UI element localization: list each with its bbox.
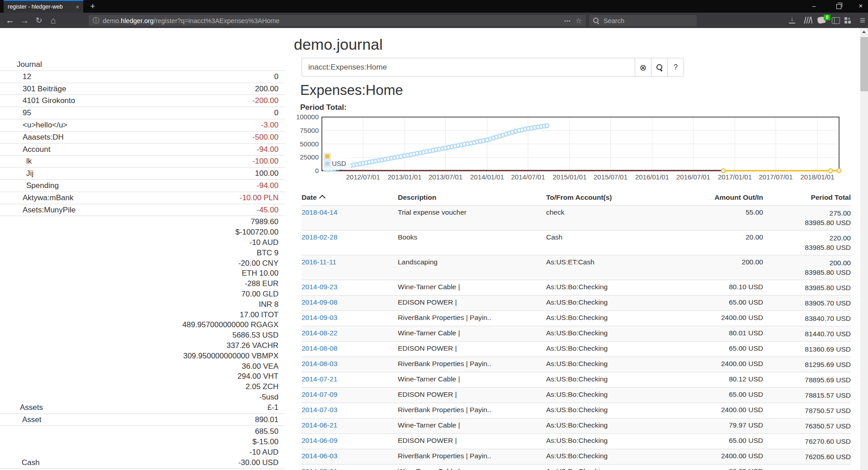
url-bar[interactable]: ⓘ demo.hledger.org/register?q=inacct%3AE… — [89, 15, 586, 26]
back-button[interactable]: ← — [4, 14, 16, 27]
reload-button[interactable]: ↻ — [33, 14, 45, 27]
account-row: <u>hello</u>-3.00 — [0, 119, 285, 132]
period-total: 275.0083985.80 USD — [769, 206, 851, 230]
transaction-date-link[interactable]: 2014-08-03 — [302, 360, 337, 367]
transaction-date-link[interactable]: 2014-07-03 — [302, 406, 337, 414]
page-actions-icon[interactable]: ••• — [564, 18, 571, 24]
new-tab-button[interactable]: + — [87, 0, 99, 12]
scrollbar-up-arrow[interactable] — [860, 28, 868, 36]
library-button[interactable] — [804, 17, 811, 25]
col-period-total: Period Total — [769, 190, 851, 206]
svg-text:2017/01/01: 2017/01/01 — [718, 173, 752, 181]
account-link[interactable]: 95 — [0, 108, 31, 118]
extension-button[interactable]: 0 — [817, 17, 826, 25]
account-link[interactable]: Jij — [0, 169, 33, 179]
home-button[interactable]: ⌂ — [47, 14, 60, 27]
transaction-description: Wine-Tarner Cable | — [398, 280, 546, 296]
account-link[interactable]: Asets:MunyPile — [0, 205, 75, 216]
account-balance: -500.00 — [252, 132, 278, 143]
browser-search-bar[interactable] — [589, 15, 697, 26]
clear-query-button[interactable]: ⊗ — [635, 58, 651, 77]
browser-tab[interactable]: register - hledger-web × — [4, 0, 83, 13]
library-icon — [803, 17, 812, 24]
svg-text:2017/07/01: 2017/07/01 — [759, 173, 793, 181]
transaction-row: 2014-08-03RiverBank Properties | Payin..… — [302, 357, 851, 372]
transaction-account: As:US:Bo:Checking — [546, 403, 686, 418]
account-link[interactable]: Account — [0, 145, 50, 155]
transaction-account: As:US:Bo:Checking — [546, 357, 686, 372]
account-balance: 7989.60$-100720.00-10 AUDBTC 9-20.00 CNY… — [182, 217, 278, 413]
account-link[interactable]: Spending — [0, 181, 59, 191]
page-scrollbar[interactable] — [860, 28, 868, 470]
transaction-date-link[interactable]: 2014-08-22 — [302, 329, 337, 337]
window-minimize-button[interactable]: – — [804, 0, 824, 12]
account-row: Account-94.00 — [0, 144, 285, 156]
account-link[interactable]: Aktywa:mBank — [0, 193, 73, 203]
account-row: lk-100.00 — [0, 155, 285, 168]
transaction-date-link[interactable]: 2014-06-21 — [302, 421, 337, 429]
svg-text:100000: 100000 — [296, 113, 319, 121]
period-total: 78895.69 USD — [769, 372, 851, 388]
period-total: 83840.70 USD — [769, 311, 851, 326]
account-link[interactable]: Aaasets:DH — [0, 132, 64, 143]
pocket-grid-button[interactable]: + — [844, 17, 851, 26]
transaction-date-link[interactable]: 2014-05-21 — [302, 467, 337, 470]
menu-button[interactable]: ≡ — [857, 14, 868, 27]
bookmark-star-icon[interactable]: ☆ — [576, 16, 582, 25]
transaction-date-link[interactable]: 2014-09-03 — [302, 314, 337, 321]
account-link[interactable]: lk — [0, 156, 32, 167]
svg-text:2016/01/01: 2016/01/01 — [635, 173, 669, 181]
transaction-description: RiverBank Properties | Payin.. — [398, 311, 546, 326]
col-date[interactable]: Date — [302, 190, 398, 206]
account-link[interactable]: Asset — [0, 415, 42, 425]
period-total: 81295.69 USD — [769, 357, 851, 372]
transaction-date-link[interactable]: 2018-02-28 — [302, 233, 337, 241]
transaction-row: 2014-09-03RiverBank Properties | Payin..… — [302, 311, 851, 326]
account-row: 120 — [0, 71, 285, 83]
scrollbar-thumb[interactable] — [860, 37, 868, 91]
query-input[interactable] — [302, 58, 635, 77]
sidebars-button[interactable] — [832, 17, 840, 26]
account-link[interactable]: 4101 Girokonto — [0, 96, 75, 106]
help-button[interactable]: ? — [667, 58, 684, 77]
transaction-row: 2018-02-28BooksCash20.00220.0083985.80 U… — [302, 230, 851, 255]
grid-plus-icon: + — [844, 17, 851, 24]
window-close-button[interactable]: × — [854, 0, 868, 12]
tab-close-icon[interactable]: × — [75, 4, 79, 10]
transaction-date-link[interactable]: 2014-07-21 — [302, 375, 337, 383]
browser-search-input[interactable] — [603, 17, 686, 25]
transaction-date-link[interactable]: 2014-09-23 — [302, 283, 337, 291]
forward-button[interactable]: → — [18, 14, 31, 27]
transaction-date-link[interactable]: 2018-04-14 — [302, 208, 337, 216]
transaction-account: As:US:Bo:Checking — [546, 311, 686, 326]
transaction-description: EDISON POWER | — [398, 296, 546, 311]
window-restore-button[interactable] — [829, 0, 849, 12]
search-icon — [593, 18, 599, 24]
account-balance: -10.00 PLN — [240, 193, 278, 203]
transaction-account: As:US:Bo:Checking — [546, 418, 686, 434]
transaction-date-link[interactable]: 2014-08-08 — [302, 344, 337, 352]
transaction-date-link[interactable]: 2016-11-11 — [302, 258, 336, 266]
account-row: Assets7989.60$-100720.00-10 AUDBTC 9-20.… — [0, 216, 285, 414]
search-button[interactable] — [651, 58, 668, 77]
restore-icon — [836, 4, 841, 9]
transaction-date-link[interactable]: 2014-06-03 — [302, 452, 337, 460]
period-total: 78815.57 USD — [769, 388, 851, 403]
transaction-amount: 20.00 — [686, 230, 769, 255]
transaction-date-link[interactable]: 2014-09-08 — [302, 298, 337, 306]
account-link[interactable]: <u>hello</u> — [0, 120, 67, 131]
account-row: 4101 Girokonto-200.00 — [0, 95, 285, 107]
account-row: Jij100.00 — [0, 168, 285, 180]
site-info-icon[interactable]: ⓘ — [93, 16, 99, 25]
period-total: 78750.57 USD — [769, 403, 851, 418]
transaction-date-link[interactable]: 2014-06-09 — [302, 437, 337, 444]
account-link[interactable]: 301 Beiträge — [0, 84, 66, 94]
transaction-date-link[interactable]: 2014-07-09 — [302, 390, 337, 398]
account-balance: -94.00 — [257, 145, 278, 155]
account-link[interactable]: Assets — [0, 403, 43, 413]
account-link[interactable]: 12 — [0, 72, 31, 82]
downloads-button[interactable]: ↓ — [789, 16, 795, 25]
account-link[interactable]: Journal — [0, 60, 42, 70]
tab-title: register - hledger-web — [8, 4, 72, 10]
account-link[interactable]: Cash — [0, 458, 40, 468]
